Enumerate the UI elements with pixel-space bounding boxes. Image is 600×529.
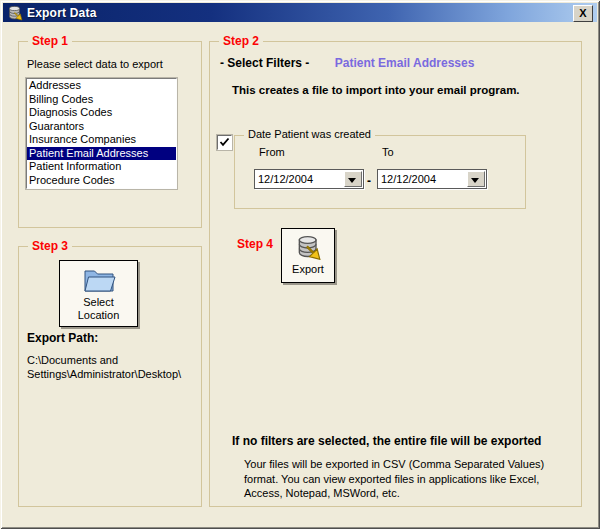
list-item[interactable]: Diagnosis Codes (27, 106, 176, 120)
database-export-icon (295, 235, 322, 260)
date-filter-label: Date Patient was created (244, 128, 375, 140)
step2-groupbox: Step 2 - Select Filters - Patient Email … (209, 41, 582, 507)
chevron-down-icon[interactable] (467, 171, 485, 187)
export-path-value: C:\Documents and Settings\Administrator\… (27, 353, 195, 381)
to-date-value: 12/12/2004 (381, 173, 436, 185)
filters-header: - Select Filters - Patient Email Address… (220, 56, 474, 70)
step4-label: Step 4 (237, 237, 273, 251)
list-item[interactable]: Billing Codes (27, 93, 176, 107)
title-bar[interactable]: Export Data X (3, 3, 597, 22)
select-location-label: Select Location (71, 296, 126, 322)
step3-groupbox: Step 3 Select Location Export Path: C:\D… (18, 246, 202, 507)
filter-description: This creates a file to import into your … (232, 84, 520, 96)
from-date-value: 12/12/2004 (258, 173, 313, 185)
export-path-label: Export Path: (27, 331, 98, 345)
export-button-label: Export (292, 263, 324, 276)
no-filters-note: If no filters are selected, the entire f… (232, 434, 541, 448)
chevron-down-icon[interactable] (344, 171, 362, 187)
list-item[interactable]: Guarantors (27, 120, 176, 134)
export-data-dialog: Export Data X Step 1 Please select data … (0, 0, 600, 529)
from-label: From (259, 146, 285, 158)
step1-groupbox: Step 1 Please select data to export Addr… (18, 41, 202, 228)
folder-icon (82, 266, 116, 293)
select-location-button[interactable]: Select Location (59, 260, 138, 327)
close-icon[interactable]: X (573, 5, 593, 22)
step1-label: Step 1 (28, 34, 72, 48)
date-range-separator: - (367, 174, 371, 188)
export-data-list[interactable]: AddressesBilling CodesDiagnosis CodesGua… (26, 78, 177, 189)
step3-label: Step 3 (28, 239, 72, 253)
csv-format-note: Your files will be exported in CSV (Comm… (244, 457, 546, 501)
selected-filter-name: Patient Email Addresses (335, 56, 475, 70)
select-filters-label: - Select Filters - (220, 56, 309, 70)
window-title: Export Data (27, 6, 97, 20)
date-filter-groupbox: Date Patient was created From To 12/12/2… (234, 135, 526, 209)
list-item[interactable]: Insurance Companies (27, 133, 176, 147)
list-item[interactable]: Procedure Codes (27, 174, 176, 188)
date-filter-checkbox[interactable] (217, 135, 232, 150)
list-item[interactable]: Addresses (27, 79, 176, 93)
to-label: To (382, 146, 394, 158)
from-date-combobox[interactable]: 12/12/2004 (254, 169, 364, 189)
database-export-icon (7, 5, 23, 21)
export-button[interactable]: Export (281, 228, 335, 283)
to-date-combobox[interactable]: 12/12/2004 (377, 169, 487, 189)
list-item[interactable]: Patient Email Addresses (27, 147, 176, 161)
step2-label: Step 2 (219, 34, 263, 48)
checkmark-icon (219, 137, 230, 148)
select-data-prompt: Please select data to export (27, 58, 163, 70)
list-item[interactable]: Patient Information (27, 160, 176, 174)
